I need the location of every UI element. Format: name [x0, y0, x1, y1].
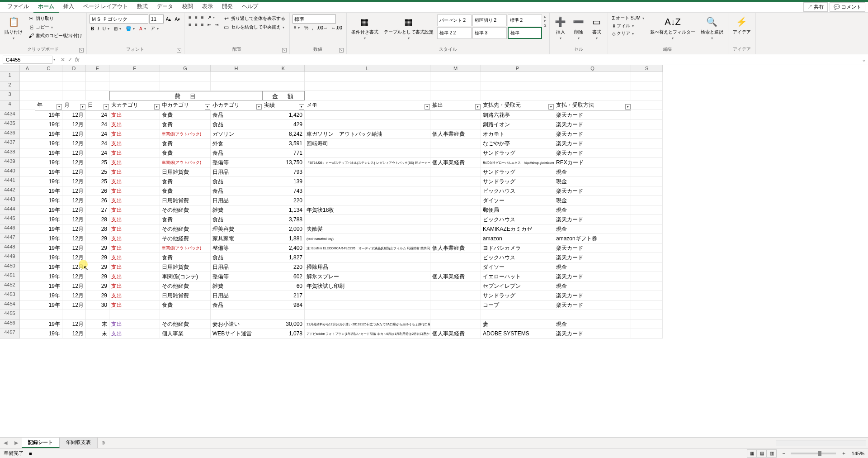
- ideas-button[interactable]: ⚡アイデア: [731, 14, 753, 36]
- row-header[interactable]: 4449: [0, 253, 20, 262]
- cell[interactable]: 27: [86, 205, 109, 215]
- row-header[interactable]: 4436: [0, 129, 20, 139]
- filter-dropdown-icon[interactable]: ▾: [57, 104, 62, 110]
- cell[interactable]: 24: [86, 120, 109, 129]
- cell[interactable]: 13,750: [262, 158, 305, 167]
- cell[interactable]: 984: [262, 301, 305, 310]
- cell[interactable]: 食費: [160, 177, 211, 186]
- cell[interactable]: 回転寿司: [305, 139, 430, 148]
- cell[interactable]: 29: [86, 243, 109, 253]
- cell[interactable]: [305, 167, 430, 177]
- cell[interactable]: [430, 205, 481, 215]
- cell[interactable]: コープ: [481, 301, 554, 310]
- cell[interactable]: 12月: [62, 291, 86, 301]
- cell[interactable]: 19年: [35, 329, 62, 339]
- cell[interactable]: ビックハウス: [481, 253, 554, 262]
- cell[interactable]: [631, 129, 663, 139]
- row-header[interactable]: 4434: [0, 110, 20, 120]
- cell[interactable]: [631, 167, 663, 177]
- cell[interactable]: [262, 310, 305, 320]
- cell[interactable]: [160, 81, 211, 91]
- page-break-view-button[interactable]: ▥: [767, 449, 777, 458]
- worksheet-area[interactable]: ACDEFGHKLMPQS123費 目金 額4年▾月▾日▾大カテゴリ▾中カテゴリ…: [0, 65, 868, 437]
- row-header[interactable]: 4452: [0, 281, 20, 291]
- column-filter-header[interactable]: 年▾: [35, 100, 62, 110]
- comment-button[interactable]: 💬 コメント: [830, 2, 865, 12]
- cell[interactable]: [430, 72, 481, 81]
- cut-button[interactable]: ✂切り取り: [26, 14, 84, 23]
- cell[interactable]: 郵便局: [481, 205, 554, 215]
- cell[interactable]: 12月: [62, 148, 86, 158]
- cell[interactable]: 19年: [35, 120, 62, 129]
- cell[interactable]: [62, 72, 86, 81]
- cell[interactable]: サンドラッグ: [481, 177, 554, 186]
- cell[interactable]: 19年: [35, 272, 62, 281]
- row-header[interactable]: 2: [0, 81, 20, 91]
- cell[interactable]: 楽天カード: [554, 110, 631, 120]
- style-cell[interactable]: 標準 2: [508, 14, 542, 26]
- cell[interactable]: 12月: [62, 234, 86, 243]
- delete-cells-button[interactable]: ➖削除▾: [571, 14, 587, 41]
- zoom-in-button[interactable]: ＋: [841, 450, 846, 457]
- cell[interactable]: 「BT14J08」カーゴステップパネル(ステンレス) レガシィアウトバック(BS…: [305, 158, 430, 167]
- cell[interactable]: 19年: [35, 196, 62, 205]
- column-filter-header[interactable]: 日▾: [86, 100, 109, 110]
- cell[interactable]: サンドラッグ: [481, 291, 554, 301]
- cell[interactable]: [305, 148, 430, 158]
- cell[interactable]: その他経費: [160, 320, 211, 329]
- cell[interactable]: 19年: [35, 253, 62, 262]
- cell[interactable]: 29: [86, 281, 109, 291]
- cell[interactable]: 793: [262, 167, 305, 177]
- cell[interactable]: 支出: [109, 205, 160, 215]
- cell[interactable]: 末: [86, 320, 109, 329]
- cell[interactable]: [430, 310, 481, 320]
- cell[interactable]: 食費: [160, 215, 211, 224]
- cell[interactable]: ガソリン: [211, 129, 262, 139]
- phonetic-button[interactable]: ア▾: [149, 25, 161, 32]
- cell[interactable]: [20, 329, 35, 339]
- cell[interactable]: 現金: [554, 281, 631, 291]
- cell[interactable]: [631, 215, 663, 224]
- cell[interactable]: 支出: [109, 234, 160, 243]
- menu-表示[interactable]: 表示: [198, 1, 217, 13]
- cell[interactable]: 個人事業経費: [430, 329, 481, 339]
- cell[interactable]: 支出: [109, 196, 160, 205]
- cell[interactable]: 12月: [62, 320, 86, 329]
- cell[interactable]: 個人事業経費: [430, 158, 481, 167]
- row-header[interactable]: 4454: [0, 301, 20, 310]
- column-header[interactable]: F: [109, 65, 160, 72]
- cell[interactable]: [430, 148, 481, 158]
- sheet-tab[interactable]: 記録シート: [22, 438, 60, 448]
- cell[interactable]: 28: [86, 224, 109, 234]
- cell[interactable]: 現金: [554, 224, 631, 234]
- column-filter-header[interactable]: 支払先・受取元▾: [481, 100, 554, 110]
- decrease-font-button[interactable]: A▾: [173, 16, 181, 22]
- cell[interactable]: 日用雑貨費: [160, 167, 211, 177]
- cell[interactable]: 12月: [62, 215, 86, 224]
- cell[interactable]: 24: [86, 129, 109, 139]
- cell[interactable]: 支出: [109, 281, 160, 291]
- cell[interactable]: 29: [86, 262, 109, 272]
- cell[interactable]: 19年: [35, 301, 62, 310]
- cell[interactable]: その他経費: [160, 234, 211, 243]
- cell[interactable]: WEBサイト運営: [211, 329, 262, 339]
- column-header[interactable]: Q: [554, 65, 631, 72]
- cell[interactable]: 12月: [62, 224, 86, 234]
- cell[interactable]: 602: [262, 272, 305, 281]
- menu-ファイル[interactable]: ファイル: [3, 1, 33, 13]
- cell[interactable]: 雑費: [211, 281, 262, 291]
- cell[interactable]: [554, 81, 631, 91]
- cell[interactable]: [430, 262, 481, 272]
- cell[interactable]: 19年: [35, 139, 62, 148]
- cell[interactable]: 日用雑貨費: [160, 196, 211, 205]
- cell[interactable]: ダイソー: [481, 196, 554, 205]
- cell[interactable]: [305, 120, 430, 129]
- row-header[interactable]: 4456: [0, 320, 20, 329]
- row-header[interactable]: 4438: [0, 148, 20, 158]
- column-filter-header[interactable]: 支払・受取方法▾: [554, 100, 631, 110]
- filter-dropdown-icon[interactable]: ▾: [475, 104, 481, 110]
- cell[interactable]: 30,000: [262, 320, 305, 329]
- cell[interactable]: サンドラッグ: [481, 167, 554, 177]
- menu-ページ レイアウト[interactable]: ページ レイアウト: [79, 1, 132, 13]
- row-header[interactable]: 4455: [0, 310, 20, 320]
